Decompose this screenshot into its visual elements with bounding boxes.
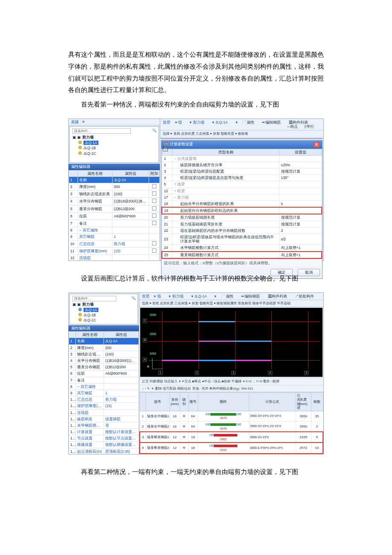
- tree-root[interactable]: 剪力墙: [82, 302, 94, 306]
- close-icon[interactable]: ✕: [314, 142, 320, 147]
- cancel-button[interactable]: 取消: [298, 269, 320, 276]
- new-menu[interactable]: 新建 · ✕: [71, 120, 85, 124]
- sub-toolbar[interactable]: 选择 ▾ 直线 点加长度 三点画弧 ▾ 矩形 智能布置 ▾ 修改墙: [160, 130, 323, 138]
- tree-panel: 🔍 ▣ ▣ 剪力墙 JLQ-1A JLQ-1B JLQ-1C: [69, 126, 159, 163]
- tree-search-input[interactable]: [72, 296, 116, 301]
- property-table[interactable]: 属性名称属性值 1名称JLQ-1A2厚度(mm)2003轴线距左墙皮距离(100…: [69, 331, 139, 454]
- search-icon[interactable]: 🔍: [131, 296, 136, 300]
- tree-panel: 🔍 ▣ ▣ 剪力墙 JLQ-1A JLQ-1B JLQ-1C: [69, 294, 138, 324]
- tree-root[interactable]: 剪力墙: [82, 135, 94, 139]
- top-toolbar[interactable]: 首层 ▾ 墙 ▾ 剪力墙 ▾ JLQ-1A ▾ 📄属性 ✏编辑钢筋 ☰构件列表 …: [160, 119, 323, 130]
- status-bar[interactable]: 正交 对象捕捉 动态输入 ▾ ✕交点 ■垂点 ●中点 ○顶点 ■坐标 不偏移 ▾…: [139, 378, 323, 385]
- calc-settings-dialog: 🧮 计算参数设置✕ 类型名称设置值 1− 公共设置项2纵筋搭接接头错开百分率≤2…: [161, 140, 323, 279]
- tree-item-jlq1c[interactable]: JLQ-1C: [78, 318, 135, 323]
- figure-2: 🔍 ▣ ▣ 剪力墙 JLQ-1A JLQ-1B JLQ-1C 属性编辑器 属性名…: [68, 292, 324, 454]
- tree-item-jlq1b[interactable]: JLQ-1B: [78, 312, 135, 318]
- para-3: 设置后画图汇总计算后，软件计算的根数与手工计算的根数完全吻合。见下图: [68, 273, 324, 285]
- result-table[interactable]: 筋号直径(mm)级别图号图样计算公式公式描述长度(mm)根数1墙身水平钢筋116…: [139, 392, 323, 454]
- para-4: 再看第二种情况，一端有约束，一端无约束的单自由端剪力墙的设置，见下图: [68, 466, 324, 478]
- para-1: 具有这个属性，而且是是互相联动的，这个公有属性是不能随便修改的，在设置里是黑颜色…: [68, 49, 324, 96]
- settings-table[interactable]: 类型名称设置值 1− 公共设置项2纵筋搭接接头错开百分率≤25%3暗梁/连梁/边…: [161, 149, 322, 259]
- dialog-hint: 提示信息：输入格式：s/整数（s为侧面纵筋间距）或具体整数。: [161, 259, 322, 267]
- tree-item-jlq1a[interactable]: JLQ-1A: [78, 307, 135, 312]
- top-toolbar[interactable]: 首层 ▾ 墙 ▾ 剪力墙 ▾ JLQ-1A ▾ 📄属性 ✏编辑钢筋 ☰构件列表 …: [139, 293, 323, 300]
- prop-panel-title: 属性编辑器: [69, 325, 139, 332]
- tree-item-jlq1a[interactable]: JLQ-1A: [78, 140, 156, 145]
- para-2: 首先看第一种情况，两端都没有约束的全自由端剪力墙的设置，见下图: [68, 99, 324, 111]
- tree-item-jlq1c[interactable]: JLQ-1C: [78, 151, 156, 156]
- tree-item-jlq1b[interactable]: JLQ-1B: [78, 145, 156, 150]
- property-table[interactable]: 属性名称属性值附加 1名称JLQ-1A2厚度(mm)2003轴线距左墙皮距离(1…: [69, 170, 160, 260]
- result-toolbar[interactable]: ↓ ↑ ✎ ✕ 删除 缩尺配筋 钢筋信息 其他 · 关闭 单构件钢筋总量(kg)…: [139, 385, 323, 392]
- tree-search-input[interactable]: [72, 128, 131, 134]
- figure-1: 新建 · ✕ 🔍 ▣ ▣ 剪力墙 JLQ-1A JLQ-1B JLQ-1C 属性…: [68, 119, 324, 261]
- search-icon[interactable]: 🔍: [152, 128, 157, 133]
- sub-toolbar[interactable]: 选择 ▾ 直线 点加长度 三点画弧 ▾ 矩形 智能布置 ▾ 修改墙段属性 查改标…: [139, 300, 323, 307]
- cad-canvas[interactable]: CBA12345300030003000A: [140, 308, 323, 377]
- prop-panel-title: 属性编辑器: [69, 164, 160, 170]
